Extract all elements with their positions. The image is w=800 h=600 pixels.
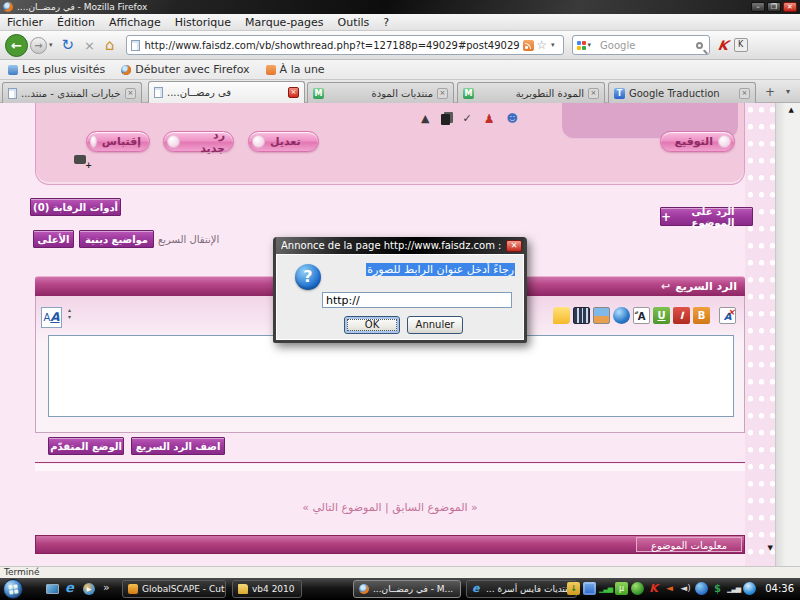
- tab-mawada-dev[interactable]: M المودة التطويرية ×: [457, 82, 605, 103]
- smilies-icon[interactable]: [553, 307, 570, 324]
- report-icon[interactable]: ▲: [421, 112, 429, 126]
- insert-image-icon[interactable]: [593, 307, 610, 324]
- url-bar[interactable]: http://www.faisdz.com/vb/showthread.php?…: [126, 35, 564, 55]
- edit-button[interactable]: تعديل: [248, 131, 319, 152]
- task-globalscape[interactable]: GlobalSCAPE - Cut...: [122, 580, 226, 598]
- signal-bars-icon[interactable]: ▁▃▅: [599, 582, 612, 595]
- bold-icon[interactable]: B: [693, 307, 710, 324]
- tab-close-icon[interactable]: ×: [739, 88, 750, 99]
- dialog-close-button[interactable]: ✕: [506, 240, 522, 252]
- media-player-icon[interactable]: ▶: [83, 583, 95, 595]
- url-dropdown-icon[interactable]: ▾: [551, 41, 555, 49]
- menu-item-aide[interactable]: ?: [376, 16, 396, 29]
- bookmark-star-icon[interactable]: ☆: [536, 38, 547, 52]
- quick-jump-select[interactable]: مواضيع دينية: [79, 230, 154, 248]
- search-box[interactable]: ▾ Google: [572, 35, 710, 55]
- back-button[interactable]: ←: [5, 34, 28, 57]
- menu-item-fichier[interactable]: Fichier: [0, 16, 50, 29]
- reply-textarea[interactable]: [48, 335, 734, 417]
- ok-button[interactable]: OK: [344, 316, 400, 334]
- video-icon[interactable]: [573, 307, 590, 324]
- scroll-down-arrow[interactable]: ▼: [768, 544, 773, 552]
- editor-mode-button[interactable]: AA: [41, 307, 62, 328]
- quote-button[interactable]: إقتباس: [86, 131, 150, 152]
- prev-next-links[interactable]: « الموضوع السابق | الموضوع التالي »: [35, 501, 745, 514]
- italic-icon[interactable]: I: [673, 307, 690, 324]
- download-folder-icon[interactable]: ↓: [567, 582, 580, 595]
- signature-button[interactable]: التوقيع: [660, 131, 735, 152]
- rss-feed-icon[interactable]: [523, 40, 534, 51]
- menu-item-historique[interactable]: Historique: [168, 16, 238, 29]
- tab-close-icon[interactable]: ×: [437, 88, 448, 99]
- money-icon[interactable]: $: [711, 582, 724, 595]
- font-size-icon[interactable]: A: [633, 307, 650, 324]
- task-vb4-folder[interactable]: vb4 2010: [232, 580, 302, 598]
- utorrent-icon[interactable]: µ: [615, 582, 628, 595]
- remove-format-icon[interactable]: A: [719, 307, 736, 324]
- reply-to-topic-button[interactable]: + الرد على الموضوع: [660, 207, 753, 226]
- tab-google-translate[interactable]: T Google Traduction ×: [608, 82, 756, 103]
- tab-mawada-forums[interactable]: M منتديات المودة ×: [307, 82, 454, 103]
- url-text[interactable]: http://www.faisdz.com/vb/showthread.php?…: [145, 40, 524, 51]
- new-tab-button[interactable]: +: [765, 85, 775, 99]
- url-input[interactable]: [322, 292, 512, 308]
- volume-icon[interactable]: ◄): [679, 582, 692, 595]
- resize-arrows-icon[interactable]: ▴▾: [68, 306, 71, 320]
- quicklaunch-overflow-icon[interactable]: »: [103, 581, 110, 594]
- network-computer-icon[interactable]: [583, 582, 596, 595]
- tab-close-icon[interactable]: ×: [588, 88, 599, 99]
- magnifier-icon[interactable]: [696, 42, 703, 49]
- close-button[interactable]: ✕: [783, 2, 797, 12]
- menu-item-marque-pages[interactable]: Marque-pages: [238, 16, 330, 29]
- minimize-button[interactable]: –: [751, 2, 765, 12]
- k-toolbar-button[interactable]: K: [734, 38, 748, 52]
- cancel-button[interactable]: Annuler: [407, 316, 463, 334]
- bookmark-latest-headlines[interactable]: À la une: [258, 63, 333, 76]
- start-button[interactable]: [3, 579, 23, 599]
- ie-quicklaunch-icon[interactable]: e: [65, 580, 74, 595]
- kaspersky-icon[interactable]: K: [716, 38, 729, 53]
- tab-ramadan-active[interactable]: ....في رمضــان ×: [148, 81, 305, 103]
- pawn-icon[interactable]: ♟: [484, 112, 495, 126]
- bluetooth-orb-icon[interactable]: [743, 582, 756, 595]
- menu-item-edition[interactable]: Édition: [50, 16, 102, 29]
- scrollbar[interactable]: [775, 103, 800, 566]
- list-all-tabs-icon[interactable]: ▾: [786, 87, 790, 96]
- refresh-button[interactable]: ↻: [62, 36, 75, 54]
- tab-close-icon[interactable]: ×: [125, 88, 136, 99]
- menu-item-affichage[interactable]: Affichage: [102, 16, 168, 29]
- muted-speaker-icon[interactable]: ◄: [663, 582, 676, 595]
- mod-tools-button[interactable]: أدوات الرقابة (0): [30, 198, 121, 216]
- forward-button[interactable]: →: [30, 37, 47, 54]
- bookmark-most-visited[interactable]: Les plus visités: [0, 63, 113, 76]
- topic-info-label[interactable]: معلومات الموضوع: [636, 537, 742, 552]
- stop-button[interactable]: ×: [84, 38, 95, 53]
- advanced-mode-button[interactable]: الوضع المتقدّم: [48, 437, 124, 455]
- go-top-button[interactable]: الأعلى: [33, 230, 74, 248]
- menu-item-outils[interactable]: Outils: [331, 16, 377, 29]
- show-desktop-icon[interactable]: [46, 584, 59, 594]
- new-reply-button[interactable]: رد جديد: [163, 131, 234, 152]
- maximize-button[interactable]: ❐: [767, 2, 781, 12]
- share-icon[interactable]: [631, 582, 644, 595]
- tab-forum-options[interactable]: ...خيارات المنتدى - منتد ×: [2, 82, 142, 103]
- home-button[interactable]: ⌂: [105, 36, 115, 54]
- check-icon[interactable]: ✓: [462, 112, 471, 126]
- search-input[interactable]: Google: [600, 40, 695, 51]
- add-quick-reply-button[interactable]: اضف الرد السريع: [131, 437, 225, 455]
- insert-link-icon[interactable]: [613, 307, 630, 324]
- tab-close-icon[interactable]: ×: [288, 87, 299, 98]
- multiquote-icon[interactable]: [74, 155, 86, 164]
- cards-icon[interactable]: [441, 114, 450, 125]
- bars-icon[interactable]: ▁▃▅: [727, 582, 740, 595]
- history-dropdown-icon[interactable]: ▾: [49, 41, 53, 49]
- kaspersky-tray-icon[interactable]: K: [647, 582, 660, 595]
- search-engine-dropdown-icon[interactable]: ▾: [588, 41, 592, 49]
- task-ie[interactable]: e منتديات فايس أسرة ...: [466, 580, 577, 598]
- scroll-up-arrow[interactable]: ▲: [789, 106, 794, 114]
- underline-icon[interactable]: U: [653, 307, 670, 324]
- messenger-icon[interactable]: [695, 582, 708, 595]
- user-status-icon[interactable]: ☻: [506, 112, 517, 126]
- bookmark-getting-started[interactable]: Débuter avec Firefox: [113, 63, 257, 76]
- task-firefox[interactable]: ...في رمضــان - M...: [353, 580, 461, 598]
